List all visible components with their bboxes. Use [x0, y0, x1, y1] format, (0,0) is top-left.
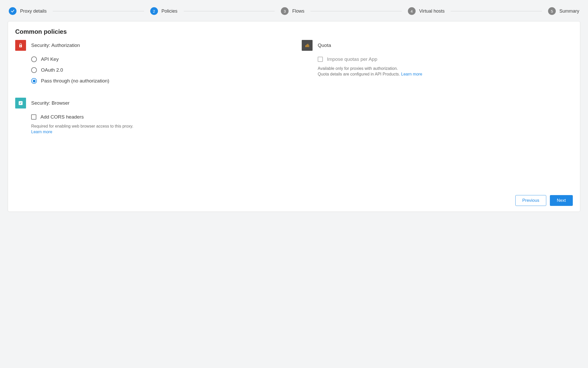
- step-policies[interactable]: 2 Policies: [150, 7, 178, 15]
- checkbox-label: Add CORS headers: [40, 114, 84, 120]
- learn-more-link[interactable]: Learn more: [401, 72, 422, 76]
- checkbox-input: [318, 57, 323, 62]
- check-icon: [11, 9, 15, 13]
- step-summary[interactable]: 5 Summary: [548, 7, 579, 15]
- radio-input[interactable]: [31, 56, 37, 62]
- step-flows[interactable]: 3 Flows: [281, 7, 304, 15]
- step-connector: [451, 11, 542, 11]
- checkbox-label: Impose quotas per App: [327, 56, 377, 62]
- page-title: Common policies: [15, 28, 573, 35]
- step-proxy-details[interactable]: Proxy details: [9, 7, 47, 15]
- step-virtual-hosts[interactable]: 4 Virtual hosts: [408, 7, 445, 15]
- radio-option-api-key[interactable]: API Key: [31, 54, 286, 65]
- section-security-authorization: Security: Authorization API Key OAuth 2.…: [15, 40, 286, 86]
- radio-label: API Key: [41, 56, 59, 62]
- help-text: Required for enabling web browser access…: [31, 123, 286, 135]
- svg-rect-4: [309, 45, 309, 47]
- checkbox-input[interactable]: [31, 114, 36, 120]
- help-text: Available only for proxies with authoriz…: [318, 66, 573, 77]
- step-badge-upcoming: 5: [548, 7, 556, 15]
- step-connector: [53, 11, 144, 11]
- step-badge-done: [9, 7, 16, 15]
- svg-rect-2: [307, 45, 307, 47]
- bar-chart-icon: [302, 40, 313, 51]
- step-label: Policies: [162, 9, 178, 14]
- step-connector: [310, 11, 402, 11]
- checkbox-option-quota: Impose quotas per App: [318, 54, 573, 65]
- section-security-browser: Security: Browser Add CORS headers Requi…: [15, 98, 286, 135]
- step-connector: [184, 11, 275, 11]
- section-title: Security: Authorization: [31, 40, 286, 51]
- section-title: Security: Browser: [31, 98, 286, 108]
- lock-icon: [15, 40, 26, 51]
- section-quota: Quota Impose quotas per App Available on…: [302, 40, 573, 77]
- step-badge-upcoming: 3: [281, 7, 289, 15]
- help-line: Available only for proxies with authoriz…: [318, 66, 398, 71]
- step-label: Flows: [292, 9, 304, 14]
- help-line: Quota details are configured in API Prod…: [318, 72, 401, 76]
- svg-rect-1: [305, 45, 306, 47]
- previous-button[interactable]: Previous: [515, 195, 546, 206]
- section-title: Quota: [318, 40, 573, 51]
- step-badge-active: 2: [150, 7, 158, 15]
- next-button[interactable]: Next: [550, 195, 573, 206]
- wizard-stepper: Proxy details 2 Policies 3 Flows 4 Virtu…: [8, 5, 580, 21]
- policies-card: Common policies Security: Authorization …: [8, 21, 580, 212]
- radio-input[interactable]: [31, 78, 37, 84]
- step-badge-upcoming: 4: [408, 7, 416, 15]
- radio-option-oauth[interactable]: OAuth 2.0: [31, 65, 286, 76]
- step-label: Summary: [559, 9, 579, 14]
- radio-label: Pass through (no authorization): [41, 78, 109, 84]
- radio-label: OAuth 2.0: [41, 67, 63, 73]
- svg-rect-3: [308, 44, 308, 47]
- wizard-footer: Previous Next: [15, 195, 573, 206]
- pencil-icon: [15, 98, 26, 108]
- checkbox-option-cors[interactable]: Add CORS headers: [31, 112, 286, 122]
- step-label: Virtual hosts: [419, 9, 445, 14]
- help-line: Required for enabling web browser access…: [31, 124, 133, 128]
- step-label: Proxy details: [20, 9, 47, 14]
- radio-option-pass-through[interactable]: Pass through (no authorization): [31, 76, 286, 86]
- learn-more-link[interactable]: Learn more: [31, 130, 52, 134]
- radio-input[interactable]: [31, 67, 37, 73]
